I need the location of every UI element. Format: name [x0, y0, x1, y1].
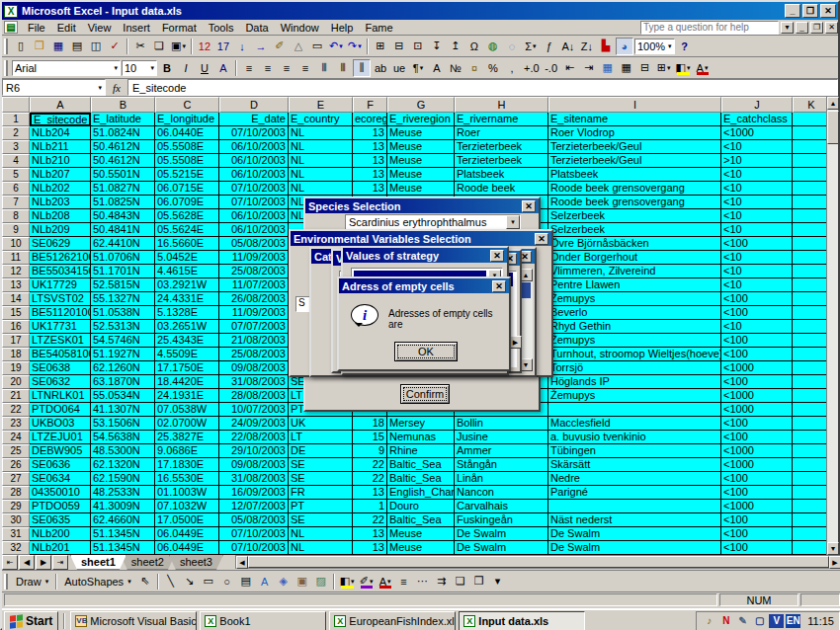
row-header-25[interactable]: 25 — [2, 444, 30, 458]
cell-K5[interactable] — [793, 168, 830, 182]
arrow-icon[interactable]: ↘ — [181, 573, 199, 591]
cell-I13[interactable]: Pentre Llawen — [548, 278, 721, 292]
sort-descending-icon[interactable]: Z↓ — [578, 38, 596, 55]
clipart-icon[interactable]: ▣ — [294, 573, 311, 591]
vertical-scroll-thumb[interactable] — [827, 111, 839, 144]
cell-B5[interactable]: 50.5501N — [91, 168, 155, 182]
menu-window[interactable]: Window — [275, 21, 325, 35]
eraser-icon[interactable]: ▭ — [308, 38, 326, 55]
ab-icon[interactable]: ab — [372, 59, 389, 77]
underline-icon[interactable]: U — [196, 59, 213, 77]
3d-icon[interactable]: ❒ — [470, 573, 488, 591]
cell-F26[interactable]: 22 — [353, 458, 387, 472]
column-header-H[interactable]: H — [455, 97, 548, 113]
cell-I24[interactable]: a. buvusio tvenkinio — [548, 431, 721, 444]
cell-A19[interactable]: SE0638 — [30, 361, 91, 375]
cell-C1[interactable]: E_longitude — [155, 113, 219, 126]
cell-A3[interactable]: NLb211 — [30, 140, 91, 154]
row-header-7[interactable]: 7 — [2, 196, 30, 209]
scroll-up-icon[interactable]: ▲ — [827, 97, 839, 110]
split-down-icon[interactable]: ↧ — [428, 38, 446, 55]
column-header-A[interactable]: A — [30, 97, 91, 113]
cell-J30[interactable]: <100 — [721, 513, 793, 527]
dots-circle-icon[interactable]: ◌ — [503, 38, 521, 55]
omega-icon[interactable]: Ω — [465, 38, 483, 55]
cell-K28[interactable] — [793, 486, 830, 500]
cell-D20[interactable]: 31/08/2003 — [219, 375, 289, 389]
row-header-18[interactable]: 18 — [2, 348, 30, 361]
cell-H32[interactable]: De Swalm — [455, 541, 548, 555]
cell-I12[interactable]: Vlimmeren, Zilvereind — [548, 265, 721, 278]
cell-C27[interactable]: 16.5530E — [155, 472, 219, 486]
pen-icon[interactable]: ✎ — [735, 614, 750, 628]
copy-icon[interactable]: ❏ — [150, 38, 168, 55]
cell-G4[interactable]: Meuse — [387, 154, 455, 168]
redo-icon[interactable]: ↷▾ — [346, 38, 364, 55]
cell-D9[interactable]: 06/10/2003 — [219, 223, 289, 237]
s-field[interactable]: S — [295, 296, 310, 312]
cell-D4[interactable]: 06/10/2003 — [219, 154, 289, 168]
cell-H23[interactable]: Bollin — [455, 417, 548, 431]
border-outline-icon[interactable]: ⊟ — [636, 59, 654, 77]
ok-button[interactable]: OK — [394, 342, 458, 361]
menu-insert[interactable]: Insert — [117, 21, 156, 35]
arrow-style-icon[interactable]: ⇉ — [433, 573, 451, 591]
font-size-combo[interactable]: 10 ▾ — [122, 60, 157, 76]
cell-K29[interactable] — [793, 500, 830, 513]
cell-K4[interactable] — [793, 154, 830, 168]
menu-edit[interactable]: Edit — [51, 21, 82, 35]
paste-icon[interactable]: ▣▾ — [169, 38, 188, 55]
cell-D11[interactable]: 11/09/2003 — [219, 251, 289, 265]
cell-I22[interactable] — [548, 403, 721, 417]
fill-color-icon[interactable]: ◧▾ — [338, 573, 357, 591]
cell-J19[interactable]: <1000 — [721, 361, 793, 375]
border-grid-icon[interactable]: ▦ — [618, 59, 635, 77]
new-icon[interactable]: ▯ — [12, 38, 30, 55]
row-header-10[interactable]: 10 — [2, 237, 30, 251]
cell-K23[interactable] — [793, 417, 830, 431]
cell-B8[interactable]: 50.4843N — [91, 209, 155, 223]
species-combo[interactable]: Scardinius erythrophthalmus ▾ — [345, 214, 521, 230]
histogram-icon[interactable]: ⫼ — [353, 59, 371, 77]
cell-I29[interactable] — [548, 500, 721, 513]
cell-J3[interactable]: <10 — [721, 140, 793, 154]
chevron-down-icon[interactable]: ▾ — [150, 64, 154, 72]
cell-C6[interactable]: 06.0715E — [155, 182, 219, 196]
cell-K1[interactable] — [793, 113, 830, 126]
name-box[interactable]: R6 ▾ — [2, 79, 106, 96]
menu-format[interactable]: Format — [156, 21, 203, 35]
cell-A18[interactable]: BE54058100 — [30, 348, 91, 361]
workbook-minimize-button[interactable]: _ — [796, 22, 808, 34]
fill-color-icon[interactable]: ◧▾ — [674, 59, 693, 77]
cell-F4[interactable]: 13 — [353, 154, 387, 168]
justify-icon[interactable]: ≡ — [296, 59, 314, 77]
row-header-28[interactable]: 28 — [2, 486, 30, 500]
cell-C32[interactable]: 06.0449E — [155, 541, 219, 555]
shadow-icon[interactable]: ❏ — [452, 573, 469, 591]
tab-first-icon[interactable]: ⇤ — [2, 555, 18, 570]
cell-H25[interactable]: Ammer — [455, 444, 548, 458]
cell-A15[interactable]: BE51120100 — [30, 306, 91, 320]
cell-E4[interactable]: NL — [289, 154, 353, 168]
row-header-27[interactable]: 27 — [2, 472, 30, 486]
cell-J20[interactable]: <100 — [721, 375, 793, 389]
cell-A14[interactable]: LTSVST02 — [30, 292, 91, 306]
cell-C24[interactable]: 25.3827E — [155, 431, 219, 444]
cell-K30[interactable] — [793, 513, 830, 527]
cell-J10[interactable]: <100 — [721, 237, 793, 251]
cell-J8[interactable]: <10 — [721, 209, 793, 223]
cell-I19[interactable]: Torrsjö — [548, 361, 721, 375]
row-header-29[interactable]: 29 — [2, 500, 30, 513]
unmerge-icon[interactable]: ⊡ — [409, 38, 427, 55]
minimize-button[interactable]: _ — [785, 4, 800, 18]
worksheet-menu-icon[interactable]: ▤ — [4, 21, 18, 34]
cell-J29[interactable]: <1000 — [721, 500, 793, 513]
cell-B12[interactable]: 51.1701N — [91, 265, 155, 278]
cell-A25[interactable]: DEBW905 — [30, 444, 91, 458]
chevron-down-icon[interactable]: ▾ — [506, 215, 520, 229]
numbers-frame-icon[interactable]: № — [447, 59, 464, 77]
row-header-20[interactable]: 20 — [2, 375, 30, 389]
cell-B16[interactable]: 52.5313N — [91, 320, 155, 334]
row-header-21[interactable]: 21 — [2, 389, 30, 403]
cell-J1[interactable]: E_catchclass — [721, 113, 793, 126]
